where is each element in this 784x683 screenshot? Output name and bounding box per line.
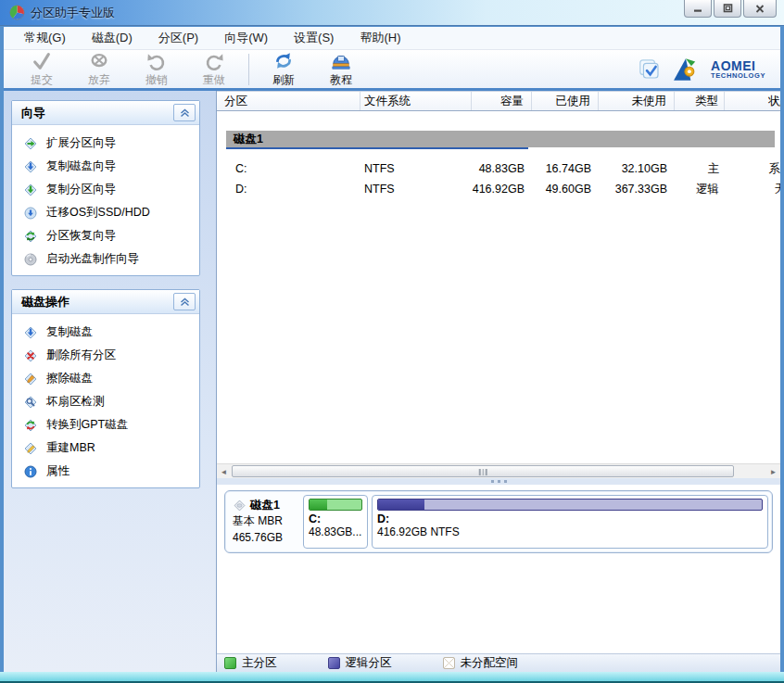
primary-partition-swatch bbox=[224, 657, 236, 669]
bad-sector-test-icon bbox=[23, 395, 38, 410]
aomei-logo-icon bbox=[670, 57, 702, 82]
partition-block-d[interactable]: D: 416.92GB NTFS bbox=[372, 495, 768, 549]
convert-gpt-icon bbox=[23, 418, 38, 433]
maximize-icon bbox=[723, 4, 733, 13]
column-header-used[interactable]: 已使用 bbox=[532, 92, 599, 110]
wizards-collapse-button[interactable] bbox=[173, 104, 196, 121]
scroll-left-arrow[interactable]: ◄ bbox=[217, 465, 231, 478]
empty-area bbox=[217, 559, 780, 653]
menu-disk[interactable]: 磁盘(D) bbox=[81, 27, 144, 49]
menu-settings[interactable]: 设置(S) bbox=[283, 27, 345, 49]
main-panel: 分区 文件系统 容量 已使用 未使用 类型 状态 磁盘1 C: NTFS 48.… bbox=[216, 91, 780, 672]
window-bottom-border bbox=[0, 672, 784, 683]
unallocated-swatch bbox=[443, 657, 455, 669]
brand-subtitle: TECHNOLOGY bbox=[711, 72, 765, 80]
horizontal-scrollbar[interactable]: ◄ ► bbox=[217, 463, 780, 478]
partition-block-c[interactable]: C: 48.83GB... bbox=[303, 495, 368, 549]
disk-operations-collapse-button[interactable] bbox=[173, 293, 196, 310]
disk-operations-panel-header: 磁盘操作 bbox=[12, 290, 199, 314]
maximize-button[interactable] bbox=[714, 0, 741, 18]
tutorial-icon bbox=[329, 51, 353, 71]
sidebar-item-wipe-disk[interactable]: 擦除磁盘 bbox=[12, 367, 199, 390]
window-title: 分区助手专业版 bbox=[31, 5, 115, 21]
tutorial-button[interactable]: 教程 bbox=[312, 51, 370, 88]
column-header-partition[interactable]: 分区 bbox=[217, 92, 360, 110]
wipe-disk-icon bbox=[23, 372, 38, 386]
column-header-unused[interactable]: 未使用 bbox=[599, 92, 675, 110]
logical-partition-swatch bbox=[328, 657, 340, 669]
commit-button[interactable]: 提交 bbox=[13, 51, 70, 88]
menu-partition[interactable]: 分区(P) bbox=[147, 27, 209, 49]
column-header-filesystem[interactable]: 文件系统 bbox=[360, 92, 472, 110]
disk-type: 基本 MBR bbox=[233, 513, 297, 529]
redo-button[interactable]: 重做 bbox=[185, 51, 243, 88]
titlebar: 分区助手专业版 bbox=[0, 0, 784, 26]
sidebar-item-copy-disk[interactable]: 复制磁盘 bbox=[12, 321, 199, 344]
disk-icon bbox=[233, 499, 247, 512]
disk-name: 磁盘1 bbox=[250, 497, 280, 513]
legend-logical: 逻辑分区 bbox=[328, 655, 392, 671]
table-row-c[interactable]: C: NTFS 48.83GB 16.74GB 32.10GB 主 系统 bbox=[217, 158, 780, 179]
app-window: 分区助手专业版 常规(G) 磁盘(D) 分区(P) 向导(W) 设置(S) 帮助… bbox=[0, 0, 784, 683]
sidebar-item-copy-partition-wizard[interactable]: 复制分区向导 bbox=[12, 178, 199, 201]
minimize-button[interactable] bbox=[684, 0, 712, 18]
legend-primary: 主分区 bbox=[224, 655, 277, 671]
column-header-capacity[interactable]: 容量 bbox=[472, 92, 532, 110]
wizards-panel: 向导 扩展分区向导 bbox=[11, 100, 200, 276]
sidebar-item-properties[interactable]: 属性 bbox=[12, 460, 199, 483]
legend-bar: 主分区 逻辑分区 未分配空间 bbox=[217, 653, 780, 672]
refresh-icon bbox=[272, 51, 296, 71]
sidebar-item-rebuild-mbr[interactable]: 重建MBR bbox=[12, 436, 199, 460]
table-header: 分区 文件系统 容量 已使用 未使用 类型 状态 bbox=[217, 91, 780, 111]
copy-partition-wizard-icon bbox=[23, 183, 38, 197]
bootable-cd-icon bbox=[23, 252, 38, 267]
disk1-card[interactable]: 磁盘1 基本 MBR 465.76GB C: 48.83GB... bbox=[224, 490, 773, 553]
partition-d-usage-bar bbox=[377, 499, 763, 511]
toolbar: 提交 放弃 撤销 重做 bbox=[4, 50, 780, 91]
disk-group-header[interactable]: 磁盘1 bbox=[226, 131, 775, 147]
table-row-d[interactable]: D: NTFS 416.92GB 49.60GB 367.33GB 逻辑 无 bbox=[217, 179, 780, 199]
disk-group-underline bbox=[226, 147, 528, 149]
chevron-up-icon bbox=[180, 297, 190, 307]
column-header-status[interactable]: 状态 bbox=[725, 92, 780, 110]
sidebar-item-extend-partition-wizard[interactable]: 扩展分区向导 bbox=[12, 132, 199, 155]
delete-all-partitions-icon bbox=[23, 348, 38, 363]
sidebar-item-migrate-os[interactable]: 迁移OS到SSD/HDD bbox=[12, 201, 199, 224]
migrate-os-icon bbox=[23, 206, 38, 221]
properties-icon bbox=[23, 464, 38, 479]
discard-icon bbox=[87, 51, 111, 71]
disk1-info: 磁盘1 基本 MBR 465.76GB bbox=[229, 495, 299, 549]
rebuild-mbr-icon bbox=[23, 441, 38, 456]
sidebar-item-convert-gpt[interactable]: 转换到GPT磁盘 bbox=[12, 413, 199, 436]
panel-splitter[interactable] bbox=[217, 478, 780, 485]
scroll-right-arrow[interactable]: ► bbox=[766, 465, 780, 478]
copy-disk-wizard-icon bbox=[23, 159, 38, 174]
close-button[interactable] bbox=[743, 0, 777, 18]
scrollbar-thumb[interactable] bbox=[232, 465, 734, 477]
undo-button[interactable]: 撤销 bbox=[128, 51, 185, 88]
sidebar-item-bad-sector-test[interactable]: 坏扇区检测 bbox=[12, 390, 199, 413]
sidebar-item-delete-all-partitions[interactable]: 删除所有分区 bbox=[12, 344, 199, 367]
sidebar-item-bootable-cd[interactable]: 启动光盘制作向导 bbox=[12, 247, 199, 271]
discard-button[interactable]: 放弃 bbox=[70, 51, 128, 88]
sidebar-item-copy-disk-wizard[interactable]: 复制磁盘向导 bbox=[12, 155, 199, 178]
wizards-panel-header: 向导 bbox=[12, 101, 199, 125]
sidebar-item-partition-recovery[interactable]: 分区恢复向导 bbox=[12, 224, 199, 247]
disk-map-panel: 磁盘1 基本 MBR 465.76GB C: 48.83GB... bbox=[217, 485, 780, 559]
column-header-type[interactable]: 类型 bbox=[675, 92, 725, 110]
app-logo-icon bbox=[9, 5, 25, 20]
brand-text: AOMEI TECHNOLOGY bbox=[711, 59, 765, 80]
sidebar: 向导 扩展分区向导 bbox=[4, 91, 216, 672]
undo-icon bbox=[145, 51, 169, 71]
refresh-button[interactable]: 刷新 bbox=[255, 51, 312, 88]
menu-wizard[interactable]: 向导(W) bbox=[213, 27, 279, 49]
copy-disk-icon bbox=[23, 325, 38, 340]
partition-c-usage-bar bbox=[309, 499, 362, 511]
menu-help[interactable]: 帮助(H) bbox=[348, 27, 411, 49]
brand-name: AOMEI bbox=[711, 59, 765, 72]
menu-general[interactable]: 常规(G) bbox=[13, 27, 77, 49]
cross-hatch-icon bbox=[444, 658, 454, 668]
close-icon bbox=[755, 5, 765, 13]
partition-table: 磁盘1 C: NTFS 48.83GB 16.74GB 32.10GB 主 系统… bbox=[217, 111, 780, 463]
checkbox-promo-icon[interactable] bbox=[639, 58, 661, 81]
